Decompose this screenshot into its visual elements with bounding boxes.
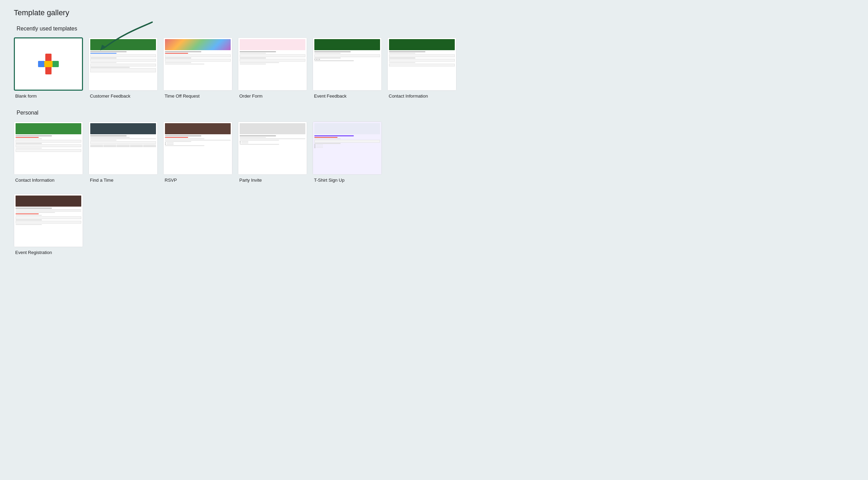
recently-used-grid: Blank form Customer Feedback: [14, 37, 854, 99]
rsvp-label: RSVP: [163, 178, 232, 183]
personal-grid-row2: Event Registration: [14, 194, 854, 255]
rsvp-thumbnail: [163, 121, 232, 175]
event-registration-thumbnail: [14, 194, 83, 247]
customer-feedback-thumbnail: [89, 37, 158, 91]
party-invite-label: Party Invite: [238, 178, 307, 183]
template-blank-form[interactable]: Blank form: [14, 37, 83, 99]
event-registration-label: Event Registration: [14, 250, 83, 255]
personal-title: Personal: [17, 110, 854, 116]
event-feedback-label: Event Feedback: [313, 93, 382, 99]
page-title: Template gallery: [14, 8, 854, 17]
contact-information-thumbnail: [14, 121, 83, 175]
find-a-time-thumbnail: [89, 121, 158, 175]
recently-used-title: Recently used templates: [17, 26, 77, 32]
time-off-thumbnail: [163, 37, 232, 91]
template-customer-feedback[interactable]: Customer Feedback: [89, 37, 158, 99]
order-form-label: Order Form: [238, 93, 307, 99]
template-party-invite[interactable]: Party Invite: [238, 121, 307, 183]
template-time-off-request[interactable]: Time Off Request: [163, 37, 232, 99]
template-event-registration[interactable]: Event Registration: [14, 194, 83, 255]
template-find-a-time[interactable]: Find a Time: [89, 121, 158, 183]
personal-grid-row1: Contact Information: [14, 121, 854, 183]
contact-information-label: Contact Information: [14, 178, 83, 183]
event-feedback-thumbnail: [313, 37, 382, 91]
time-off-label: Time Off Request: [163, 93, 232, 99]
tshirt-signup-thumbnail: [313, 121, 382, 175]
tshirt-signup-label: T-Shirt Sign Up: [313, 178, 382, 183]
blank-form-thumbnail: [14, 37, 83, 91]
customer-feedback-label: Customer Feedback: [89, 93, 158, 99]
contact-info-recent-label: Contact Information: [387, 93, 456, 99]
template-contact-information[interactable]: Contact Information: [14, 121, 83, 183]
recently-used-section: Recently used templates Blank form: [14, 26, 854, 99]
template-contact-info-recent[interactable]: Contact Information: [387, 37, 456, 99]
template-event-feedback[interactable]: Event Feedback: [313, 37, 382, 99]
contact-info-recent-thumbnail: [387, 37, 456, 91]
party-invite-thumbnail: [238, 121, 307, 175]
personal-section: Personal Contact Information: [14, 110, 854, 255]
template-rsvp[interactable]: RSVP: [163, 121, 232, 183]
find-a-time-label: Find a Time: [89, 178, 158, 183]
order-form-thumbnail: [238, 37, 307, 91]
template-order-form[interactable]: Order Form: [238, 37, 307, 99]
blank-form-label: Blank form: [14, 93, 83, 99]
template-tshirt-signup[interactable]: T-Shirt Sign Up: [313, 121, 382, 183]
